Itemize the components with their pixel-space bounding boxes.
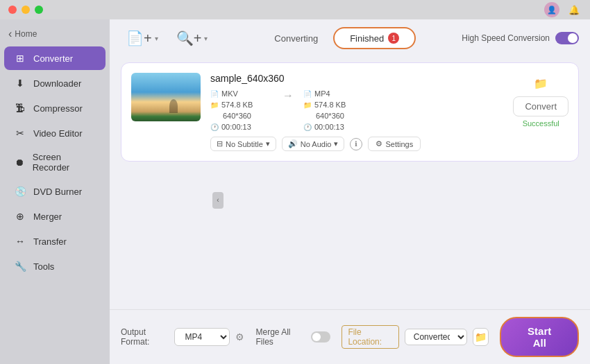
video-editor-icon: ✂ [14, 127, 26, 139]
audio-icon: 🔊 [288, 139, 298, 148]
subtitle-chevron-icon: ▾ [266, 139, 270, 148]
dvd-burner-icon: 💿 [14, 185, 26, 198]
start-all-button[interactable]: Start All [500, 317, 579, 357]
source-format: MKV [221, 89, 238, 98]
thumb-figure [169, 99, 178, 113]
arrow-icon: → [283, 89, 294, 102]
source-resolution-row: 640*360 [210, 112, 273, 120]
transfer-icon: ↔ [14, 235, 26, 248]
sidebar-item-downloader[interactable]: ⬇ Downloader [4, 71, 106, 95]
add-file-button[interactable]: 📄+ ▾ [121, 26, 164, 50]
settings-gear-icon: ⚙ [376, 139, 382, 148]
file-card: sample_640x360 📄 MKV 📁 574.8 KB [121, 62, 579, 162]
tab-group: Converting Finished 1 [220, 27, 455, 49]
sidebar-item-transfer[interactable]: ↔ Transfer [4, 229, 106, 253]
add-file-chevron-icon: ▾ [155, 35, 158, 42]
audio-select[interactable]: 🔊 No Audio ▾ [282, 137, 345, 151]
sidebar-item-merger[interactable]: ⊕ Merger [4, 205, 106, 228]
minimize-button[interactable] [22, 6, 30, 14]
tab-finished-badge: 1 [388, 33, 399, 44]
subtitle-audio-row: ⊟ No Subtitle ▾ 🔊 No Audio ▾ ℹ ⚙ Sett [210, 137, 498, 151]
subtitle-icon: ⊟ [217, 139, 223, 148]
hsc-toggle[interactable] [555, 32, 579, 44]
sidebar: Home ⊞ Converter ⬇ Downloader 🗜 Compress… [0, 19, 110, 364]
source-duration-row: 🕐 00:00:13 [210, 123, 273, 131]
clock-target-icon: 🕐 [303, 123, 312, 131]
convert-area: 📁 Convert Successful [513, 73, 568, 128]
hsc-label: High Speed Conversion [462, 33, 550, 43]
screen-recorder-icon: ⏺ [14, 156, 26, 168]
source-details: 📄 MKV 📁 574.8 KB 640*360 [210, 89, 273, 131]
add-folder-button[interactable]: 🔍+ ▾ [171, 26, 214, 50]
target-folder-icon: 📁 [303, 101, 312, 109]
subtitle-select[interactable]: ⊟ No Subtitle ▾ [210, 137, 276, 151]
merge-all-toggle[interactable] [311, 331, 330, 343]
target-size: 574.8 KB [314, 101, 346, 109]
merge-all-label: Merge All Files [255, 327, 307, 347]
home-link[interactable]: Home [0, 25, 110, 46]
home-label: Home [15, 29, 37, 39]
sidebar-collapse-button[interactable]: ‹ [212, 192, 224, 209]
sidebar-item-compressor[interactable]: 🗜 Compressor [4, 96, 106, 120]
main-content: 📄+ ▾ 🔍+ ▾ Converting Finished 1 High Spe… [110, 19, 590, 364]
file-location-select[interactable]: Converted [405, 329, 467, 345]
compressor-icon: 🗜 [14, 102, 26, 114]
target-resolution-row: 640*360 [303, 112, 366, 120]
add-folder-chevron-icon: ▾ [204, 35, 208, 42]
titlebar: 👤 🔔 [0, 0, 590, 19]
file-info: sample_640x360 📄 MKV 📁 574.8 KB [210, 73, 498, 151]
target-format: MP4 [314, 89, 330, 98]
downloader-icon: ⬇ [14, 77, 26, 89]
subtitle-value: No Subtitle [226, 140, 263, 148]
sidebar-item-tools[interactable]: 🔧 Tools [4, 254, 106, 278]
file-icon: 📄 [210, 90, 219, 98]
target-duration-row: 🕐 00:00:13 [303, 123, 366, 131]
user-avatar-icon[interactable]: 👤 [544, 2, 559, 17]
bottom-bar: Output Format: MP4 ⚙ Merge All Files Fil… [110, 309, 590, 364]
target-size-row: 📁 574.8 KB [303, 101, 366, 109]
tab-finished-label: Finished [350, 33, 384, 44]
converter-icon: ⊞ [14, 52, 26, 64]
location-folder-button[interactable]: 📁 [473, 328, 489, 346]
file-name: sample_640x360 [210, 73, 498, 84]
file-location-label: File Location: [342, 325, 398, 349]
output-settings-icon[interactable]: ⚙ [235, 331, 244, 343]
sidebar-label-downloader: Downloader [33, 78, 81, 89]
target-format-row: 📄 MP4 [303, 89, 366, 98]
audio-value: No Audio [301, 140, 332, 148]
output-format-select[interactable]: MP4 [174, 328, 230, 346]
target-resolution: 640*360 [316, 112, 344, 120]
sidebar-item-converter[interactable]: ⊞ Converter [4, 46, 106, 70]
info-button[interactable]: ℹ [350, 138, 362, 150]
sidebar-item-dvd-burner[interactable]: 💿 DVD Burner [4, 180, 106, 203]
file-location-group: File Location: Converted 📁 [342, 325, 489, 349]
source-size: 574.8 KB [221, 101, 253, 109]
sidebar-item-screen-recorder[interactable]: ⏺ Screen Recorder [4, 146, 106, 178]
tools-icon: 🔧 [14, 260, 26, 272]
close-button[interactable] [8, 6, 17, 14]
output-folder-button[interactable]: 📁 [530, 73, 551, 94]
convert-button[interactable]: Convert [513, 96, 568, 116]
output-format-label: Output Format: [121, 327, 169, 347]
file-thumbnail [131, 73, 201, 121]
source-resolution: 640*360 [223, 112, 251, 120]
sidebar-label-tools: Tools [33, 261, 54, 272]
tab-converting[interactable]: Converting [259, 29, 333, 48]
folder-size-icon: 📁 [210, 101, 219, 109]
source-duration: 00:00:13 [221, 123, 251, 131]
high-speed-conversion: High Speed Conversion [462, 32, 579, 44]
target-file-icon: 📄 [303, 90, 312, 98]
sidebar-item-video-editor[interactable]: ✂ Video Editor [4, 121, 106, 145]
notification-bell-icon[interactable]: 🔔 [566, 2, 582, 17]
titlebar-right: 👤 🔔 [544, 2, 582, 17]
sidebar-label-merger: Merger [33, 211, 62, 222]
settings-button[interactable]: ⚙ Settings [368, 137, 421, 151]
maximize-button[interactable] [35, 6, 43, 14]
target-details: 📄 MP4 📁 574.8 KB 640*360 [303, 89, 366, 131]
merger-icon: ⊕ [14, 210, 26, 223]
tab-finished[interactable]: Finished 1 [333, 27, 416, 49]
sidebar-label-compressor: Compressor [33, 103, 83, 114]
add-folder-icon: 🔍+ [176, 30, 202, 46]
sidebar-label-video-editor: Video Editor [33, 128, 83, 139]
audio-chevron-icon: ▾ [334, 139, 338, 148]
